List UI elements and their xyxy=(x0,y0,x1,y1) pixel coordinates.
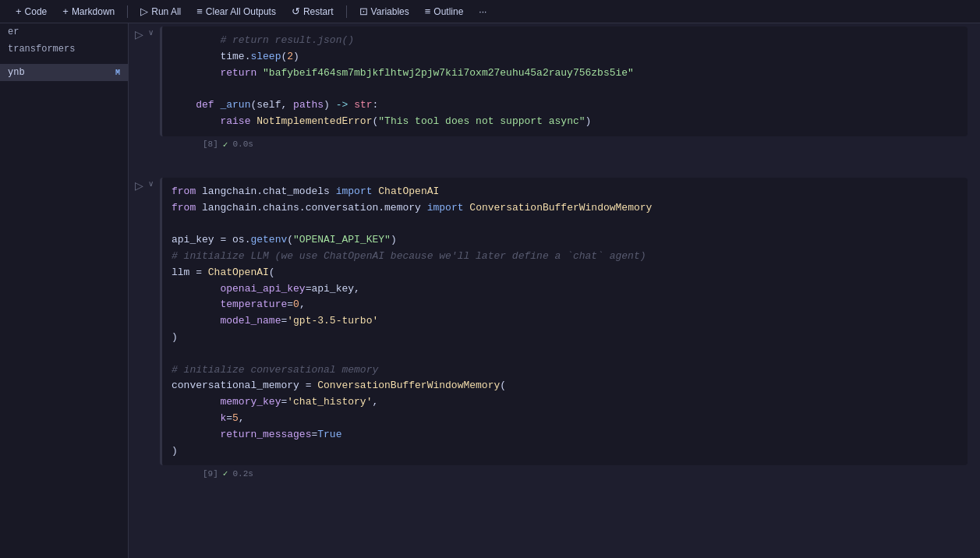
add-code-button[interactable]: + Code xyxy=(9,4,53,19)
more-button[interactable]: ··· xyxy=(472,5,493,19)
more-icon: ··· xyxy=(479,6,486,17)
sep-2 xyxy=(346,5,347,18)
cell-9-time: 0.2s xyxy=(232,469,253,479)
cell-9-output: [9] ✓ 0.2s xyxy=(129,465,980,482)
add-code-label: Code xyxy=(25,6,48,17)
sep-1 xyxy=(127,5,128,18)
restart-button[interactable]: ↺ Restart xyxy=(285,4,340,19)
add-markdown-label: Markdown xyxy=(72,6,115,17)
sidebar-item-transformers-label: transformers xyxy=(8,44,75,55)
sidebar: er transformers ynb M xyxy=(0,23,129,558)
cell-8-time: 0.0s xyxy=(232,140,253,149)
sidebar-item-transformers[interactable]: transformers xyxy=(0,41,128,58)
clear-icon: ≡ xyxy=(196,5,203,17)
cell-8-number: [8] xyxy=(203,140,218,149)
cell-9-code: from langchain.chat_models import ChatOp… xyxy=(172,184,958,460)
cell-9-check: ✓ xyxy=(223,468,228,479)
cell-9: ▷ ∨ from langchain.chat_models import Ch… xyxy=(129,175,980,486)
cell-9-row: ▷ ∨ from langchain.chat_models import Ch… xyxy=(129,178,980,466)
cell-9-run-button[interactable]: ▷ xyxy=(133,179,145,192)
sidebar-item-ynb-badge: M xyxy=(115,69,120,77)
variables-icon: ⊡ xyxy=(359,5,368,17)
cell-9-expand-button[interactable]: ∨ xyxy=(147,179,155,188)
cell-8-expand-button[interactable]: ∨ xyxy=(147,28,155,37)
cell-8-run-button[interactable]: ▷ xyxy=(133,28,145,41)
sidebar-item-ynb-label: ynb xyxy=(8,67,25,78)
cell-8-controls: ▷ ∨ xyxy=(129,26,160,41)
cell-8: ▷ ∨ # return result.json() time.sleep(2)… xyxy=(129,23,980,156)
sidebar-item-ynb[interactable]: ynb M xyxy=(0,64,128,81)
run-all-label: Run All xyxy=(151,6,181,17)
outline-button[interactable]: ≡ Outline xyxy=(419,4,470,19)
restart-label: Restart xyxy=(303,6,334,17)
run-icon: ▷ xyxy=(140,5,148,17)
sidebar-item-er-label: er xyxy=(8,26,19,37)
sidebar-item-blank[interactable] xyxy=(0,58,128,64)
clear-outputs-button[interactable]: ≡ Clear All Outputs xyxy=(190,4,282,19)
main-layout: er transformers ynb M ▷ ∨ # return resul… xyxy=(0,23,980,558)
cell-9-number: [9] xyxy=(203,469,218,479)
sidebar-item-er[interactable]: er xyxy=(0,23,128,41)
restart-icon: ↺ xyxy=(292,5,300,17)
plus-icon: + xyxy=(16,5,22,17)
cell-8-output: [8] ✓ 0.0s xyxy=(129,136,980,153)
outline-icon: ≡ xyxy=(425,5,431,17)
outline-label: Outline xyxy=(433,6,463,17)
cell-9-controls: ▷ ∨ xyxy=(129,178,160,192)
toolbar: + Code + Markdown ▷ Run All ≡ Clear All … xyxy=(0,0,980,23)
cell-8-content: # return result.json() time.sleep(2) ret… xyxy=(160,26,968,136)
add-markdown-button[interactable]: + Markdown xyxy=(56,4,121,19)
separator-1 xyxy=(129,156,980,175)
cell-8-check: ✓ xyxy=(223,140,228,150)
variables-label: Variables xyxy=(371,6,409,17)
cell-9-content: from langchain.chat_models import ChatOp… xyxy=(160,178,968,466)
plus-icon-2: + xyxy=(62,5,69,17)
notebook: ▷ ∨ # return result.json() time.sleep(2)… xyxy=(129,23,980,558)
cell-8-code: # return result.json() time.sleep(2) ret… xyxy=(172,33,958,130)
variables-button[interactable]: ⊡ Variables xyxy=(353,4,416,19)
clear-outputs-label: Clear All Outputs xyxy=(206,6,276,17)
run-all-button[interactable]: ▷ Run All xyxy=(134,4,187,19)
cell-8-row: ▷ ∨ # return result.json() time.sleep(2)… xyxy=(129,26,980,136)
